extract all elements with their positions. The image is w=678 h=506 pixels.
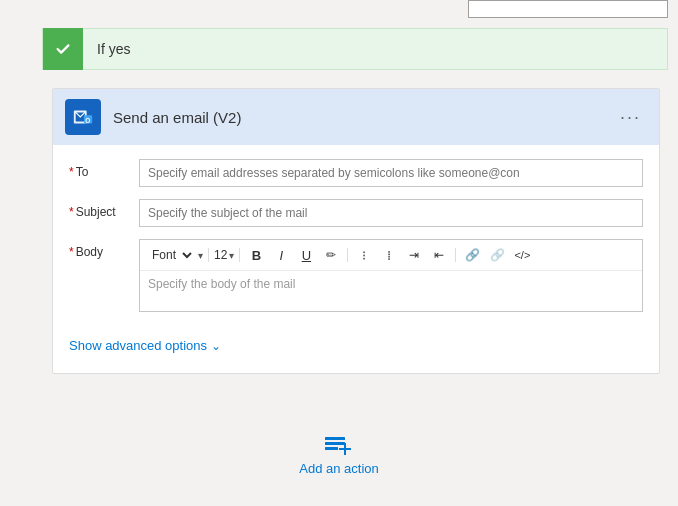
add-action-area: Add an action	[0, 433, 678, 476]
email-icon: O	[65, 99, 101, 135]
add-action-label: Add an action	[299, 461, 379, 476]
body-toolbar: Font ▾ 12 ▾ B I U ✏ ⁝	[140, 240, 642, 271]
if-yes-section: If yes	[42, 28, 668, 70]
body-field-wrapper: Font ▾ 12 ▾ B I U ✏ ⁝	[139, 239, 643, 312]
svg-rect-5	[325, 442, 345, 445]
body-label: *Body	[69, 239, 139, 259]
card-header-left: O Send an email (V2)	[65, 99, 241, 135]
to-row: *To	[69, 159, 643, 187]
subject-label: *Subject	[69, 199, 139, 219]
subject-row: *Subject	[69, 199, 643, 227]
card-header: O Send an email (V2) ···	[53, 89, 659, 145]
font-select[interactable]: Font	[146, 245, 195, 265]
underline-button[interactable]: U	[295, 244, 317, 266]
code-button[interactable]: </>	[511, 244, 533, 266]
toolbar-separator-1	[208, 248, 209, 262]
svg-rect-6	[325, 447, 338, 450]
font-size-dropdown-icon: ▾	[229, 250, 234, 261]
add-action-icon	[323, 433, 355, 457]
card-menu-button[interactable]: ···	[614, 105, 647, 130]
body-required-mark: *	[69, 245, 74, 259]
indent-button[interactable]: ⇥	[403, 244, 425, 266]
show-advanced-options[interactable]: Show advanced options ⌄	[69, 338, 659, 353]
italic-button[interactable]: I	[270, 244, 292, 266]
unlink-button[interactable]: 🔗	[486, 244, 508, 266]
to-input[interactable]	[139, 159, 643, 187]
highlight-button[interactable]: ✏	[320, 244, 342, 266]
top-right-box	[468, 0, 668, 18]
body-row: *Body Font ▾ 12 ▾	[69, 239, 643, 312]
if-yes-check-icon	[43, 28, 83, 70]
subject-required-mark: *	[69, 205, 74, 219]
outer-container: If yes O Send an email (V2) ···	[0, 0, 678, 506]
bullet-list-button[interactable]: ⁝	[353, 244, 375, 266]
toolbar-separator-2	[239, 248, 240, 262]
bold-button[interactable]: B	[245, 244, 267, 266]
to-label: *To	[69, 159, 139, 179]
show-advanced-label: Show advanced options	[69, 338, 207, 353]
show-advanced-chevron: ⌄	[211, 339, 221, 353]
body-placeholder[interactable]: Specify the body of the mail	[140, 271, 642, 311]
to-required-mark: *	[69, 165, 74, 179]
svg-rect-4	[325, 437, 345, 440]
if-yes-label: If yes	[83, 41, 130, 57]
link-button[interactable]: 🔗	[461, 244, 483, 266]
toolbar-separator-3	[347, 248, 348, 262]
numbered-list-button[interactable]: ⁞	[378, 244, 400, 266]
form-area: *To *Subject *Body	[53, 145, 659, 332]
card-title: Send an email (V2)	[113, 109, 241, 126]
toolbar-separator-4	[455, 248, 456, 262]
email-card: O Send an email (V2) ··· *To *Subject	[52, 88, 660, 374]
svg-text:O: O	[85, 117, 90, 124]
outdent-button[interactable]: ⇤	[428, 244, 450, 266]
font-dropdown-icon: ▾	[198, 250, 203, 261]
add-action-button[interactable]: Add an action	[299, 433, 379, 476]
font-size-display: 12 ▾	[214, 248, 234, 262]
subject-input[interactable]	[139, 199, 643, 227]
